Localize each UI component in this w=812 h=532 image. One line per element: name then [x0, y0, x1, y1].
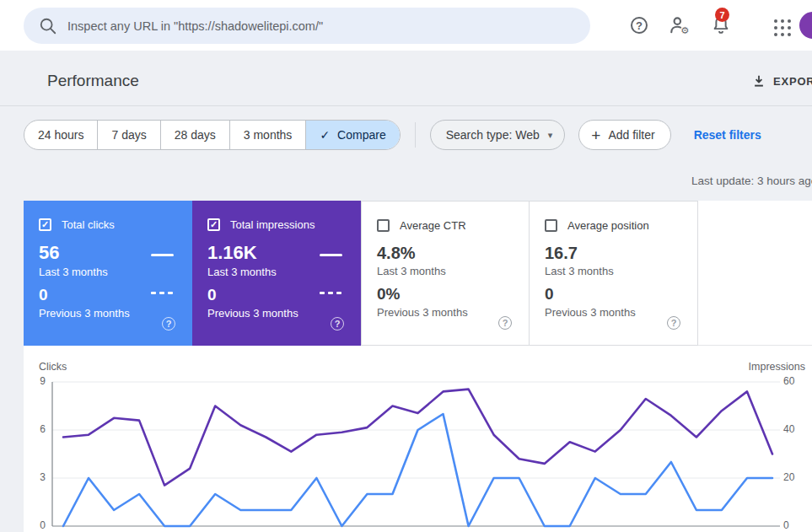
- average-position-card[interactable]: Average position 16.7 Last 3 months 0 Pr…: [530, 201, 698, 346]
- user-settings-button[interactable]: ⚙: [668, 13, 691, 37]
- series-line-impressions[interactable]: [63, 390, 772, 486]
- card-prev-value: 0%: [377, 286, 529, 304]
- card-label: Average position: [567, 219, 649, 232]
- total-clicks-checkbox[interactable]: ✓: [39, 218, 51, 231]
- account-avatar[interactable]: [799, 12, 812, 39]
- export-button[interactable]: EXPORT: [751, 73, 812, 89]
- card-label: Average CTR: [400, 219, 466, 232]
- card-period: Last 3 months: [545, 265, 697, 277]
- export-label: EXPORT: [773, 75, 812, 88]
- total-clicks-card[interactable]: ✓ Total clicks 56 Last 3 months 0 Previo…: [24, 201, 192, 346]
- search-icon: [39, 17, 57, 35]
- date-range-group: 24 hours 7 days 28 days 3 months ✓ Compa…: [24, 120, 401, 150]
- range-24-hours[interactable]: 24 hours: [24, 121, 97, 149]
- plus-icon: +: [591, 127, 600, 143]
- series-line-clicks[interactable]: [63, 414, 772, 526]
- performance-chart[interactable]: Clicks Impressions 9 6 3 0 60 40 20 0: [24, 354, 812, 532]
- total-impressions-checkbox[interactable]: ✓: [207, 218, 220, 231]
- url-inspect-search-bar[interactable]: [24, 8, 590, 44]
- card-period: Last 3 months: [39, 266, 192, 278]
- previous-line-indicator: [320, 292, 342, 294]
- range-28-days[interactable]: 28 days: [160, 121, 229, 149]
- user-settings-icon: ⚙: [669, 14, 691, 36]
- help-icon[interactable]: ?: [667, 316, 680, 330]
- card-prev-value: 0: [207, 287, 361, 304]
- search-input[interactable]: [67, 19, 577, 33]
- compare-label: Compare: [337, 128, 386, 142]
- card-period: Last 3 months: [207, 266, 361, 278]
- apps-grid-icon: [774, 19, 777, 23]
- card-label: Total impressions: [230, 218, 315, 231]
- card-value: 4.8%: [377, 244, 529, 262]
- help-icon: ?: [631, 17, 648, 34]
- notification-count-badge: 7: [715, 8, 729, 22]
- google-apps-button[interactable]: [771, 16, 794, 40]
- add-filter-chip[interactable]: + Add filter: [578, 120, 670, 150]
- card-prev-value: 0: [39, 287, 192, 304]
- previous-line-indicator: [151, 292, 174, 294]
- card-label: Total clicks: [62, 218, 115, 231]
- help-icon[interactable]: ?: [498, 316, 512, 330]
- total-impressions-card[interactable]: ✓ Total impressions 1.16K Last 3 months …: [192, 201, 361, 346]
- add-filter-label: Add filter: [608, 128, 654, 142]
- search-type-label: Search type: Web: [446, 128, 540, 142]
- check-icon: ✓: [320, 128, 330, 142]
- card-value: 16.7: [545, 244, 697, 262]
- last-update-status: Last update: 3 hours ago: [691, 175, 812, 187]
- average-ctr-card[interactable]: Average CTR 4.8% Last 3 months 0% Previo…: [361, 201, 530, 346]
- chart-canvas[interactable]: [24, 354, 812, 532]
- top-bar: ? ⚙ 7: [0, 0, 812, 51]
- header-divider: [0, 105, 812, 106]
- reset-filters-link[interactable]: Reset filters: [694, 128, 761, 142]
- current-line-indicator: [320, 254, 342, 256]
- help-icon[interactable]: ?: [331, 317, 344, 330]
- card-prev-value: 0: [545, 286, 697, 304]
- filter-row: 24 hours 7 days 28 days 3 months ✓ Compa…: [24, 120, 761, 150]
- chevron-down-icon: ▾: [548, 130, 553, 141]
- card-period: Last 3 months: [377, 265, 529, 277]
- svg-text:⚙: ⚙: [680, 24, 689, 36]
- average-ctr-checkbox[interactable]: [377, 219, 390, 232]
- range-7-days[interactable]: 7 days: [97, 121, 159, 149]
- current-line-indicator: [151, 254, 174, 256]
- average-position-checkbox[interactable]: [545, 219, 557, 232]
- help-button[interactable]: ?: [627, 13, 651, 37]
- metric-cards-row: ✓ Total clicks 56 Last 3 months 0 Previo…: [24, 201, 812, 346]
- search-type-chip[interactable]: Search type: Web ▾: [430, 120, 566, 150]
- range-compare[interactable]: ✓ Compare: [305, 121, 399, 149]
- help-icon[interactable]: ?: [162, 317, 175, 330]
- filter-separator: [415, 122, 416, 148]
- range-3-months[interactable]: 3 months: [229, 121, 306, 149]
- performance-panel: ✓ Total clicks 56 Last 3 months 0 Previo…: [24, 201, 812, 532]
- download-icon: [751, 73, 766, 89]
- page-title: Performance: [47, 72, 139, 90]
